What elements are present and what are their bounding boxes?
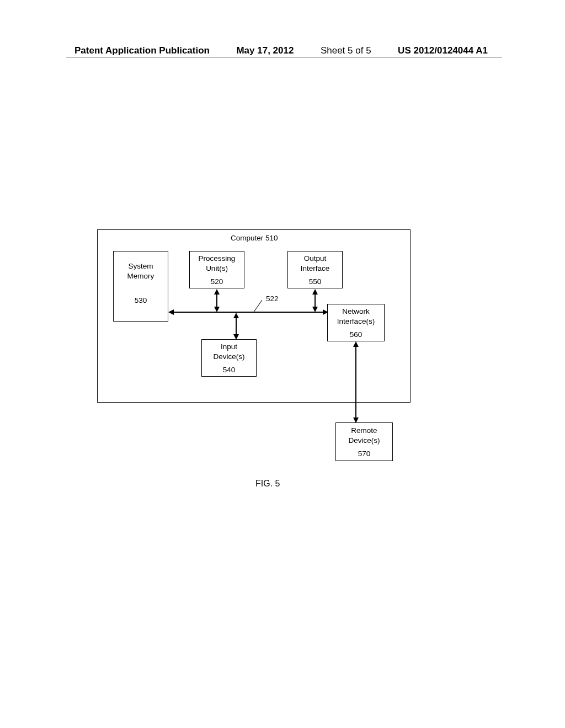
input-bus-arrow-down (233, 334, 239, 340)
processing-bus-arrow-up (214, 289, 220, 295)
bus-ref-label: 522 (266, 295, 279, 303)
output-interface-block: Output Interface 550 (287, 251, 343, 288)
output-bus-arrow-up (312, 289, 318, 295)
bus-line (172, 312, 324, 313)
computer-label: Computer 510 (231, 234, 278, 242)
processing-unit-block: Processing Unit(s) 520 (189, 251, 244, 288)
processing-line2: Unit(s) (206, 264, 228, 274)
processing-ref: 520 (211, 277, 223, 287)
input-line1: Input (221, 342, 237, 352)
remote-devices-block: Remote Device(s) 570 (335, 422, 393, 461)
system-memory-block: System Memory 530 (113, 251, 168, 322)
output-line1: Output (304, 254, 327, 264)
remote-ref: 570 (358, 449, 371, 459)
output-line2: Interface (301, 264, 330, 274)
network-remote-arrow-down (353, 417, 359, 423)
diagram-canvas: Computer 510 System Memory 530 Processin… (0, 0, 565, 728)
input-devices-block: Input Device(s) 540 (201, 339, 257, 377)
input-ref: 540 (223, 365, 236, 375)
network-ref: 560 (350, 330, 363, 340)
network-remote-arrow-up (353, 341, 359, 347)
processing-bus-link (216, 292, 217, 308)
bus-arrow-right (323, 309, 328, 315)
network-line1: Network (342, 307, 370, 317)
network-line2: Interface(s) (337, 317, 375, 326)
system-memory-line2: Memory (127, 271, 154, 281)
output-bus-arrow-down (312, 307, 318, 312)
remote-line1: Remote (351, 426, 377, 436)
processing-bus-arrow-down (214, 307, 220, 312)
network-interfaces-block: Network Interface(s) 560 (327, 304, 385, 341)
system-memory-ref: 530 (135, 296, 147, 306)
network-remote-link (355, 345, 356, 419)
input-bus-arrow-up (233, 313, 239, 318)
remote-line2: Device(s) (348, 436, 380, 446)
figure-caption: FIG. 5 (255, 479, 280, 489)
input-bus-link (236, 317, 237, 335)
processing-line1: Processing (199, 254, 236, 264)
bus-arrow-left (168, 309, 174, 315)
system-memory-line1: System (128, 261, 153, 271)
input-line2: Device(s) (213, 352, 244, 362)
output-ref: 550 (309, 277, 322, 287)
output-bus-link (315, 292, 316, 308)
